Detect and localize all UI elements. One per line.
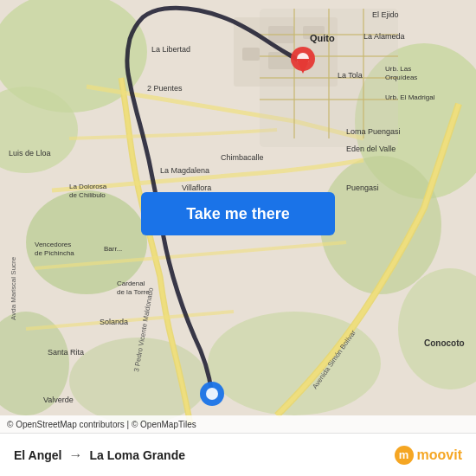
moovit-logo-text: moovit <box>417 447 462 463</box>
svg-point-5 <box>320 156 441 294</box>
destination-label: La Loma Grande <box>90 448 185 462</box>
svg-text:Barr...: Barr... <box>104 245 122 253</box>
svg-text:Urb. Las: Urb. Las <box>385 65 411 73</box>
svg-text:Puengasi: Puengasi <box>346 183 379 192</box>
svg-text:La Alameda: La Alameda <box>363 32 405 41</box>
svg-text:Conocoto: Conocoto <box>424 338 465 348</box>
svg-text:Loma Puengasi: Loma Puengasi <box>346 127 401 136</box>
svg-text:Valverde: Valverde <box>43 396 74 404</box>
svg-text:Cardenal: Cardenal <box>117 280 145 287</box>
origin-label: El Angel <box>14 448 62 462</box>
svg-text:La Dolorosa: La Dolorosa <box>69 183 107 190</box>
svg-text:Eden del Valle: Eden del Valle <box>346 145 396 153</box>
svg-text:de Chilibulo: de Chilibulo <box>69 191 106 199</box>
svg-text:Urb. El Madrigal: Urb. El Madrigal <box>385 93 435 101</box>
svg-text:Quito: Quito <box>310 33 335 43</box>
svg-text:de la Torre: de la Torre <box>117 288 150 296</box>
svg-text:La Libertad: La Libertad <box>151 45 190 54</box>
map-container: Quito El Ejido La Alameda La Libertad 2 … <box>0 0 476 433</box>
copyright-bar: © OpenStreetMap contributors | © OpenMap… <box>0 415 476 433</box>
moovit-icon: m <box>395 446 414 465</box>
svg-text:Chimbacalle: Chimbacalle <box>221 153 264 162</box>
svg-text:2 Puentes: 2 Puentes <box>147 84 183 93</box>
svg-text:Santa Rita: Santa Rita <box>48 348 84 357</box>
svg-text:Avda Mariscal Sucre: Avda Mariscal Sucre <box>10 256 17 320</box>
moovit-logo: m moovit <box>395 446 462 465</box>
svg-rect-13 <box>242 48 260 61</box>
svg-text:Luis de Lloa: Luis de Lloa <box>9 149 51 158</box>
svg-text:de Pichincha: de Pichincha <box>35 249 74 257</box>
button-label: Take me there <box>186 205 290 223</box>
svg-text:Vencedores: Vencedores <box>35 241 71 248</box>
svg-text:Solanda: Solanda <box>100 318 128 326</box>
svg-text:La Tola: La Tola <box>338 71 363 80</box>
footer-route: El Angel → La Loma Grande <box>14 447 185 463</box>
svg-text:La Magdalena: La Magdalena <box>160 166 209 175</box>
copyright-text: © OpenStreetMap contributors | © OpenMap… <box>7 420 196 429</box>
route-arrow-icon: → <box>69 447 83 463</box>
svg-point-27 <box>206 388 218 400</box>
footer: El Angel → La Loma Grande m moovit <box>0 433 476 476</box>
svg-text:El Ejido: El Ejido <box>372 10 399 19</box>
svg-text:Villaflora: Villaflora <box>182 183 211 192</box>
svg-text:Orquídeas: Orquídeas <box>385 74 417 81</box>
take-me-there-button[interactable]: Take me there <box>141 192 335 235</box>
